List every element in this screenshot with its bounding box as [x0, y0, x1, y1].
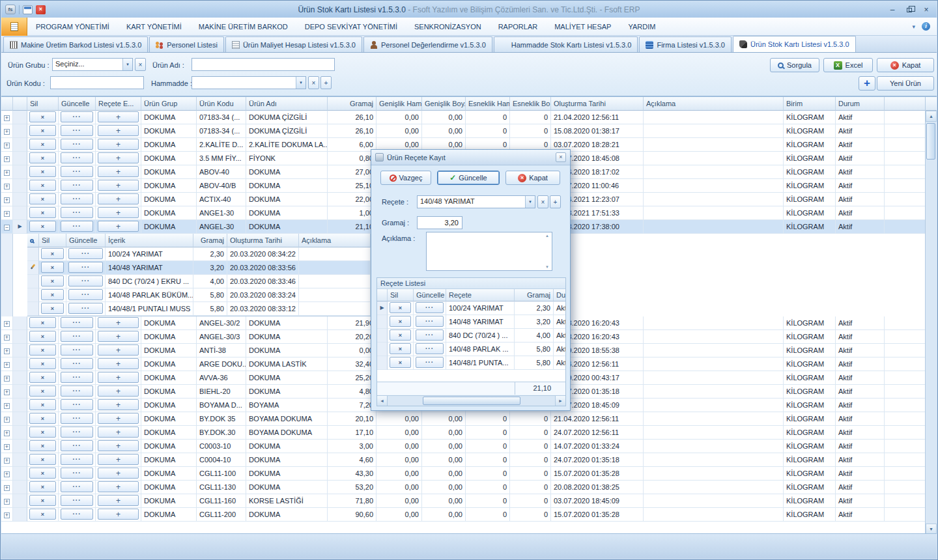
urun-kodu-input[interactable] — [50, 76, 144, 89]
sub-delete-button[interactable]: × — [41, 275, 64, 287]
delete-row-button[interactable]: × — [29, 331, 56, 342]
table-row[interactable]: +×···+DOKUMABY.DOK 35BOYAMA DOKUMA20,100… — [1, 412, 925, 426]
vertical-scrollbar[interactable]: ▲ ▼ — [925, 97, 937, 535]
add-recipe-button[interactable]: + — [98, 331, 139, 342]
expand-icon[interactable]: + — [4, 184, 10, 189]
update-row-button[interactable]: ··· — [61, 152, 93, 163]
gramaj-input[interactable] — [417, 216, 462, 229]
add-recipe-button[interactable]: + — [98, 481, 139, 492]
expand-icon[interactable]: + — [4, 211, 10, 217]
excel-button[interactable]: X Excel — [823, 58, 873, 72]
add-recipe-button[interactable]: + — [98, 427, 139, 438]
table-row[interactable]: +×···+DOKUMAC0004-10DOKUMA4,600,000,0000… — [1, 453, 925, 467]
add-recipe-button[interactable]: + — [98, 180, 139, 191]
delete-row-button[interactable]: × — [29, 358, 56, 369]
add-recipe-button[interactable]: + — [98, 193, 139, 204]
delete-row-button[interactable]: × — [29, 481, 56, 492]
update-row-button[interactable]: ··· — [61, 509, 93, 520]
update-row-button[interactable]: ··· — [61, 358, 93, 369]
sub-update-button[interactable]: ··· — [68, 289, 103, 300]
column-header-a-klama[interactable]: Açıklama — [644, 97, 784, 111]
urun-adi-input[interactable] — [192, 58, 335, 71]
close-circle-icon[interactable]: × — [36, 5, 46, 14]
scroll-left-arrow[interactable]: ◄ — [377, 396, 388, 406]
dlg-column-header-re-ete[interactable]: Reçete — [446, 289, 515, 301]
dlg-update-button[interactable]: ··· — [416, 357, 444, 368]
expand-icon[interactable]: + — [4, 485, 10, 491]
update-row-button[interactable]: ··· — [61, 344, 93, 356]
guncelle-button[interactable]: ✓ Güncelle — [437, 171, 500, 185]
table-row[interactable]: +×···+DOKUMA07183-34 (...DOKUMA ÇİZGİLİ2… — [1, 111, 925, 124]
update-row-button[interactable]: ··· — [61, 125, 93, 136]
add-recipe-button[interactable]: + — [98, 468, 139, 479]
expand-icon[interactable]: + — [4, 170, 10, 176]
update-row-button[interactable]: ··· — [61, 385, 93, 397]
expand-icon[interactable]: + — [4, 389, 10, 395]
subcolumn-header-a-klama[interactable]: Açıklama — [299, 234, 371, 247]
add-recipe-button[interactable]: + — [98, 125, 139, 136]
delete-row-button[interactable]: × — [29, 111, 56, 122]
sub-update-button[interactable]: ··· — [68, 262, 103, 273]
dlg-column-header-sil[interactable]: Sil — [388, 289, 414, 301]
dlg-delete-button[interactable]: × — [390, 357, 411, 368]
column-header-birim[interactable]: Birim — [784, 97, 836, 111]
hammadde-add-button[interactable]: + — [320, 76, 332, 89]
expand-icon[interactable]: + — [4, 362, 10, 368]
add-recipe-button[interactable]: + — [98, 440, 139, 451]
table-row[interactable]: +×···+DOKUMACGL11-100DOKUMA43,300,000,00… — [1, 467, 925, 481]
update-row-button[interactable]: ··· — [61, 331, 93, 342]
update-row-button[interactable]: ··· — [61, 454, 93, 465]
dlg-column-header-g-ncelle[interactable]: Güncelle — [414, 289, 446, 301]
expand-icon[interactable]: + — [4, 512, 10, 518]
delete-row-button[interactable]: × — [29, 385, 56, 397]
column-header-esneklik-bo[interactable]: Esneklik Bo... — [510, 97, 551, 111]
expand-icon[interactable]: + — [4, 403, 10, 409]
update-row-button[interactable]: ··· — [61, 317, 93, 328]
update-row-button[interactable]: ··· — [61, 495, 93, 506]
doctab-firma-listesi-v1-5-3-0[interactable]: Firma Listesi v1.5.3.0 — [639, 36, 732, 52]
delete-row-button[interactable]: × — [29, 152, 56, 163]
table-row[interactable]: +×···+DOKUMACGL11-200DOKUMA90,600,000,00… — [1, 508, 925, 522]
expand-icon[interactable]: + — [4, 458, 10, 464]
update-row-button[interactable]: ··· — [61, 166, 93, 177]
expand-icon[interactable]: + — [4, 348, 10, 354]
expand-icon[interactable]: + — [4, 129, 10, 135]
column-header-geni-lik-ham[interactable]: Genişlik Ham — [377, 97, 422, 111]
dlg-column-header-dur[interactable]: Dur... — [554, 289, 565, 301]
table-row[interactable]: +×···+DOKUMACGL11-130DOKUMA53,200,000,00… — [1, 481, 925, 494]
collapse-icon[interactable]: − — [4, 225, 10, 231]
sorgula-button[interactable]: Sorgula — [770, 58, 819, 72]
urun-grubu-clear-button[interactable]: × — [135, 58, 146, 71]
update-row-button[interactable]: ··· — [61, 193, 93, 204]
sub-delete-button[interactable]: × — [41, 248, 64, 259]
subcolumn-header-g-ncelle[interactable]: Güncelle — [66, 234, 106, 247]
sub-update-button[interactable]: ··· — [68, 275, 103, 287]
expand-icon[interactable]: + — [4, 444, 10, 450]
delete-row-button[interactable]: × — [29, 317, 56, 328]
delete-row-button[interactable]: × — [29, 139, 56, 150]
menu-item-mali-yet-hesap[interactable]: MALİYET HESAP — [546, 18, 619, 36]
add-recipe-button[interactable]: + — [98, 166, 139, 177]
column-header-r-n-ad[interactable]: Ürün Adı — [246, 97, 328, 111]
add-recipe-button[interactable]: + — [98, 413, 139, 424]
expand-icon[interactable]: + — [4, 156, 10, 162]
subgrid-search-cell[interactable] — [27, 234, 39, 247]
add-recipe-button[interactable]: + — [98, 495, 139, 506]
expand-icon[interactable]: + — [4, 115, 10, 121]
column-header-geni-lik-boy[interactable]: Genişlik Boy... — [422, 97, 466, 111]
delete-row-button[interactable]: × — [29, 221, 56, 232]
update-row-button[interactable]: ··· — [61, 139, 93, 150]
expand-icon[interactable]: + — [4, 376, 10, 382]
sub-update-button[interactable]: ··· — [68, 303, 103, 314]
column-header-g-ncelle[interactable]: Güncelle — [59, 97, 96, 111]
dlg-update-button[interactable]: ··· — [416, 343, 444, 354]
update-row-button[interactable]: ··· — [61, 221, 93, 232]
yeni-urun-plus-button[interactable]: + — [859, 76, 875, 91]
menu-launch-button[interactable] — [1, 18, 27, 36]
delete-row-button[interactable]: × — [29, 166, 56, 177]
dlg-update-button[interactable]: ··· — [416, 316, 444, 327]
chevron-down-icon[interactable]: ▼ — [525, 196, 535, 208]
textarea-scroll-down-icon[interactable]: ▼ — [545, 265, 549, 269]
update-row-button[interactable]: ··· — [61, 207, 93, 218]
add-recipe-button[interactable]: + — [98, 385, 139, 397]
